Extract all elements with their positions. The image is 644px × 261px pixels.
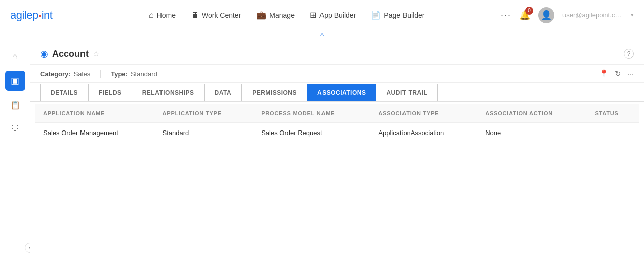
cell-application-type: Standard xyxy=(154,123,254,143)
category-label: Category: xyxy=(40,70,71,78)
sidebar-item-tasks[interactable]: 📋 xyxy=(5,95,25,115)
tab-audit-trail[interactable]: AUDIT TRAIL xyxy=(376,84,438,101)
category-item: Category: Sales xyxy=(40,70,90,78)
tab-relationships[interactable]: RELATIONSHIPS xyxy=(132,84,205,101)
tasks-sidebar-icon: 📋 xyxy=(10,100,20,110)
tab-data[interactable]: DATA xyxy=(205,84,243,101)
category-value: Sales xyxy=(74,70,91,78)
briefcase-icon: 💼 xyxy=(256,10,266,20)
table-body: Sales Order Management Standard Sales Or… xyxy=(35,123,639,143)
user-dropdown-icon[interactable]: ▾ xyxy=(631,12,634,18)
nav-page-builder[interactable]: 📄 Page Builder xyxy=(371,10,424,20)
refresh-icon[interactable]: ↻ xyxy=(615,69,621,78)
avatar-icon: 👤 xyxy=(541,10,552,21)
associations-table-container: APPLICATION NAME APPLICATION TYPE PROCES… xyxy=(30,102,644,143)
table-header: APPLICATION NAME APPLICATION TYPE PROCES… xyxy=(35,104,639,123)
table-row[interactable]: Sales Order Management Standard Sales Or… xyxy=(35,123,639,143)
nav-work-center[interactable]: 🖥 Work Center xyxy=(191,11,241,20)
grid-icon: ⊞ xyxy=(310,10,316,20)
type-value: Standard xyxy=(131,70,157,78)
category-divider xyxy=(100,70,101,78)
nav-app-builder-label: App Builder xyxy=(319,11,356,19)
nav-app-builder[interactable]: ⊞ App Builder xyxy=(310,10,356,20)
cell-association-type: ApplicationAssociation xyxy=(370,123,477,143)
associations-table: APPLICATION NAME APPLICATION TYPE PROCES… xyxy=(35,104,639,143)
nav-menu: ⌂ Home 🖥 Work Center 💼 Manage ⊞ App Buil… xyxy=(72,10,501,20)
collapse-chevron[interactable]: ^ xyxy=(320,32,324,39)
user-avatar: 👤 xyxy=(538,7,554,23)
tab-details[interactable]: DETAILS xyxy=(40,84,89,101)
dashboard-sidebar-icon: ▣ xyxy=(11,75,19,86)
favorite-star-icon[interactable]: ☆ xyxy=(93,49,99,58)
logo: agilepint xyxy=(10,9,52,22)
cell-process-model-name: Sales Order Request xyxy=(253,123,370,143)
help-icon[interactable]: ? xyxy=(624,49,634,59)
tab-permissions[interactable]: PERMISSIONS xyxy=(242,84,307,101)
cell-association-action: None xyxy=(477,123,587,143)
nav-home[interactable]: ⌂ Home xyxy=(149,11,176,20)
col-status: STATUS xyxy=(587,104,639,123)
top-navigation: agilepint ⌂ Home 🖥 Work Center 💼 Manage … xyxy=(0,0,644,30)
nav-manage[interactable]: 💼 Manage xyxy=(256,10,295,20)
monitor-icon: 🖥 xyxy=(191,11,199,20)
col-application-type: APPLICATION TYPE xyxy=(154,104,254,123)
page-icon: 📄 xyxy=(371,10,381,20)
notification-button[interactable]: 🔔 0 xyxy=(519,10,530,21)
notification-badge: 0 xyxy=(525,7,533,15)
home-icon: ⌂ xyxy=(149,11,154,20)
col-association-type: ASSOCIATION TYPE xyxy=(370,104,477,123)
more-options-icon[interactable]: ··· xyxy=(627,70,634,78)
category-actions: 📍 ↻ ··· xyxy=(599,69,634,78)
collapse-bar: ^ xyxy=(0,30,644,41)
sidebar: ⌂ ▣ 📋 🛡 › xyxy=(0,41,30,261)
location-pin-icon[interactable]: 📍 xyxy=(599,69,609,78)
main-content: ◉ Account ☆ ? Category: Sales Type: Stan… xyxy=(30,41,644,261)
tab-bar: DETAILS FIELDS RELATIONSHIPS DATA PERMIS… xyxy=(30,84,644,102)
main-layout: ⌂ ▣ 📋 🛡 › ◉ Account ☆ ? Category: xyxy=(0,41,644,261)
shield-sidebar-icon: 🛡 xyxy=(11,124,19,134)
type-item: Type: Standard xyxy=(111,70,157,78)
nav-work-center-label: Work Center xyxy=(202,11,241,19)
more-nav-button[interactable]: ··· xyxy=(501,10,511,20)
sidebar-item-dashboard[interactable]: ▣ xyxy=(5,71,25,91)
category-bar: Category: Sales Type: Standard 📍 ↻ ··· xyxy=(30,65,644,83)
page-title-area: ◉ Account ☆ xyxy=(40,48,99,59)
cell-application-name: Sales Order Management xyxy=(35,123,154,143)
col-application-name: APPLICATION NAME xyxy=(35,104,154,123)
nav-home-label: Home xyxy=(157,11,176,19)
nav-manage-label: Manage xyxy=(269,11,295,19)
home-sidebar-icon: ⌂ xyxy=(12,51,18,62)
sidebar-item-security[interactable]: 🛡 xyxy=(5,119,25,139)
back-button[interactable]: ◉ xyxy=(40,48,48,59)
logo-text: agilepint xyxy=(10,9,52,22)
nav-right-area: ··· 🔔 0 👤 user@agilepoint.com ▾ xyxy=(501,7,634,23)
page-header: ◉ Account ☆ ? xyxy=(30,41,644,65)
col-process-model-name: PROCESS MODEL NAME xyxy=(253,104,370,123)
tab-associations[interactable]: ASSOCIATIONS xyxy=(307,84,376,101)
tab-fields[interactable]: FIELDS xyxy=(89,84,132,101)
user-name[interactable]: user@agilepoint.com xyxy=(562,11,623,19)
page-title: Account xyxy=(52,49,89,59)
nav-page-builder-label: Page Builder xyxy=(384,11,424,19)
type-label: Type: xyxy=(111,70,128,78)
col-association-action: ASSOCIATION ACTION xyxy=(477,104,587,123)
sidebar-item-home[interactable]: ⌂ xyxy=(5,46,25,67)
cell-status xyxy=(587,123,639,143)
